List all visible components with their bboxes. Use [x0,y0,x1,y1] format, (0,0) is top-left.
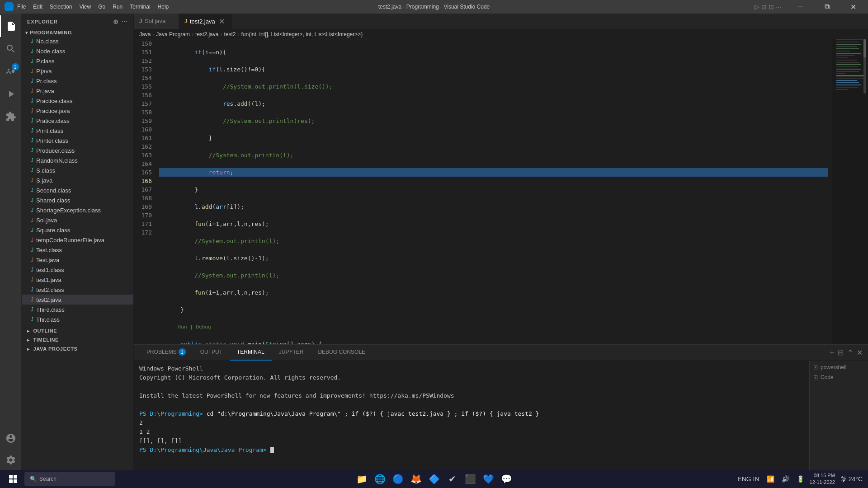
list-item[interactable]: JPrinter.class [22,136,133,145]
list-item[interactable]: Jtest2.class [22,285,133,295]
menu-go[interactable]: Go [98,4,105,10]
list-item[interactable]: JThr.class [22,314,133,324]
list-item[interactable]: JPr.class [22,76,133,86]
close-button[interactable]: ✕ [843,0,863,14]
tab-close-icon[interactable]: ✕ [218,17,226,25]
menu-help[interactable]: Help [158,4,169,10]
layout-icon[interactable]: ⊡ [769,3,774,10]
restore-button[interactable]: ⧉ [816,0,837,14]
activity-source-control[interactable]: 1 [0,61,22,82]
list-item[interactable]: JNo.class [22,36,133,46]
list-item[interactable]: JP.java [22,66,133,76]
breadcrumb-item[interactable]: test2 [224,31,236,38]
breadcrumb: Java › Java Program › test2.java › test2… [134,29,868,39]
more-icon[interactable]: ··· [776,3,781,10]
list-item-shared-class[interactable]: JShared.class [22,195,133,205]
taskbar-firefox[interactable]: 🦊 [408,471,424,487]
activity-settings[interactable] [0,449,22,471]
activity-search[interactable] [0,38,22,60]
weather-display[interactable]: 🌫 24°C [839,474,864,483]
volume-icon[interactable]: 🔊 [780,474,791,483]
activity-accounts[interactable] [0,427,22,449]
taskbar-search[interactable]: 🔍 Search [24,472,115,486]
list-item[interactable]: JSquare.class [22,225,133,235]
list-item[interactable]: JPrint.class [22,126,133,136]
taskbar-file-explorer[interactable]: 📁 [354,471,370,487]
list-item[interactable]: JP.class [22,56,133,66]
breadcrumb-item[interactable]: test2.java [195,31,218,38]
list-item[interactable]: JPractice.java [22,106,133,116]
taskbar-todo[interactable]: ✔ [444,471,460,487]
split-terminal-icon[interactable]: ⊟ [838,348,844,357]
list-item[interactable]: JRandomN.class [22,155,133,165]
menu-selection[interactable]: Selection [50,4,72,10]
split-editor-icon[interactable]: ⊟ [761,3,767,10]
list-item[interactable]: JTest.class [22,245,133,255]
menu-run[interactable]: Run [113,4,123,10]
list-item[interactable]: Jtest1.class [22,265,133,275]
tab-output[interactable]: OUTPUT [193,345,230,361]
keyboard-layout[interactable]: ENG IN [736,474,761,483]
list-item[interactable]: JPr.java [22,86,133,96]
list-item-test2-java[interactable]: Jtest2.java [22,295,133,305]
list-item[interactable]: JNode.class [22,46,133,56]
list-item[interactable]: JS.java [22,175,133,185]
list-item-producer-class[interactable]: JProducer.class [22,145,133,155]
timeline-section[interactable]: ▸ TIMELINE [22,334,133,343]
close-panel-icon[interactable]: ✕ [857,348,863,357]
taskbar-chrome[interactable]: 🔵 [390,471,406,487]
menu-terminal[interactable]: Terminal [130,4,150,10]
menu-edit[interactable]: Edit [33,4,42,10]
list-item[interactable]: Jtest1.java [22,275,133,285]
taskbar-vscode[interactable]: 💙 [480,471,496,487]
class-file-icon: J [31,78,33,84]
breadcrumb-item[interactable]: Java Program [156,31,190,38]
taskbar-edge[interactable]: 🌐 [372,471,388,487]
code-editor[interactable]: 150 151 152 153 154 155 156 157 158 159 … [134,39,832,344]
java-projects-section[interactable]: ▸ JAVA PROJECTS [22,343,133,352]
list-item[interactable]: JSol.java [22,215,133,225]
list-item[interactable]: JTest.java [22,255,133,265]
menu-view[interactable]: View [79,4,91,10]
list-item-third-class[interactable]: JThird.class [22,305,133,314]
new-file-icon[interactable]: ⊕ [113,18,119,25]
outline-section[interactable]: ▸ OUTLINE [22,325,133,334]
list-item[interactable]: JtempCodeRunnerFile.java [22,235,133,245]
minimize-button[interactable]: ─ [790,0,811,14]
run-debug-label[interactable]: Run | Debug [178,324,211,330]
list-item[interactable]: JShortageException.class [22,205,133,215]
list-item[interactable]: JPractice.class [22,96,133,106]
battery-icon[interactable]: 🔋 [795,474,806,483]
terminal-content[interactable]: Windows PowerShell Copyright (C) Microso… [134,361,809,471]
run-icon[interactable]: ▷ [755,3,760,10]
list-item[interactable]: JPratice.class [22,116,133,126]
maximize-panel-icon[interactable]: ⌃ [847,348,853,357]
start-button[interactable] [4,469,23,488]
more-options-icon[interactable]: ··· [122,18,128,25]
tab-sol-java[interactable]: J Sol.java [134,14,179,29]
powershell-session[interactable]: ⊡ powershell [810,362,868,372]
code-content[interactable]: if(i==n){ if(l.size()!=0){ //System.out.… [156,39,832,344]
code-session[interactable]: ⊡ Code [810,372,868,382]
taskbar-terminal[interactable]: ⬛ [462,471,478,487]
time-display[interactable]: 08:15 PM 12-11-2022 [810,472,835,486]
list-item[interactable]: JS.class [22,165,133,175]
list-item-second-class[interactable]: JSecond.class [22,185,133,195]
tab-terminal[interactable]: TERMINAL [230,345,272,361]
add-terminal-icon[interactable]: + [830,348,834,357]
breadcrumb-item[interactable]: Java [139,31,151,38]
taskbar-edge2[interactable]: 🔷 [426,471,442,487]
wifi-icon[interactable]: 📶 [765,474,776,483]
menu-file[interactable]: File [17,4,26,10]
activity-run[interactable] [0,83,22,105]
tab-jupyter[interactable]: JUPYTER [272,345,311,361]
breadcrumb-item[interactable]: fun(int, int[], List<Integer>, int, List… [241,31,363,38]
section-header[interactable]: ▾ PROGRAMMING [22,29,133,36]
tab-problems[interactable]: PROBLEMS 1 [139,345,193,361]
taskbar-whatsapp[interactable]: 💬 [498,471,514,487]
tab-test2-java[interactable]: J test2.java ✕ [179,14,232,29]
activity-extensions[interactable] [0,106,22,127]
term-line: Copyright (C) Microsoft Corporation. All… [139,373,804,382]
tab-debug-console[interactable]: DEBUG CONSOLE [311,345,373,361]
activity-explorer[interactable] [0,15,22,37]
